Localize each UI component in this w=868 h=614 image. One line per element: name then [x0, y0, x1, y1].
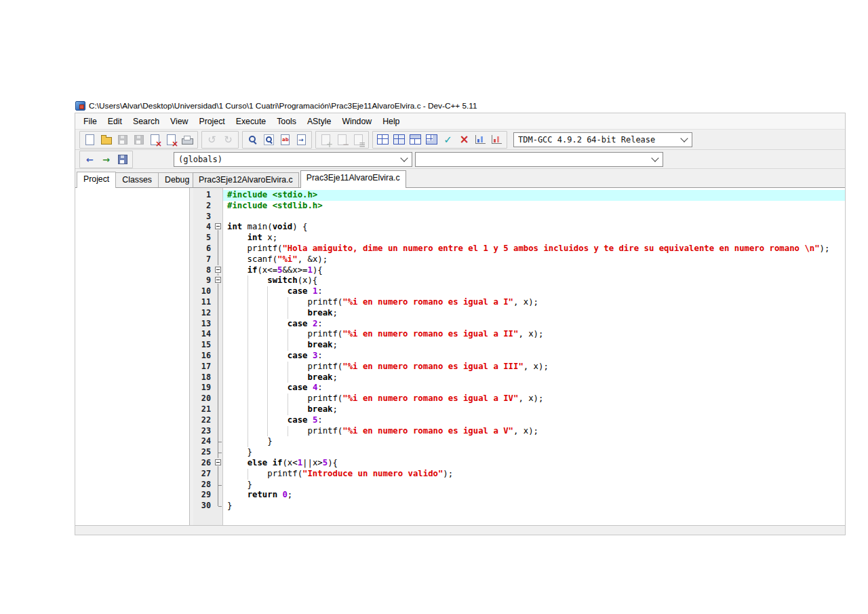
line-number[interactable]: 11 [193, 297, 214, 308]
line-number[interactable]: 6 [193, 244, 214, 254]
line-number[interactable]: 10 [193, 286, 214, 297]
line-number[interactable]: 27 [193, 469, 214, 480]
code-line[interactable]: 6 printf("Hola amiguito, dime un numero … [193, 244, 845, 254]
code-line[interactable]: 23 printf("%i en numero romano es igual … [193, 426, 845, 437]
code-line[interactable]: 14 printf("%i en numero romano es igual … [193, 329, 845, 340]
goto-line-icon[interactable] [294, 132, 309, 147]
line-number[interactable]: 3 [193, 212, 214, 223]
menu-tools[interactable]: Tools [271, 115, 302, 128]
nav-back-icon[interactable] [82, 151, 98, 167]
code-line[interactable]: 8 if(x<=5&&x>=1){ [193, 265, 845, 276]
save-session-icon[interactable] [115, 151, 130, 167]
line-number[interactable]: 17 [193, 362, 214, 372]
replace-icon[interactable] [277, 132, 293, 147]
code-line[interactable]: 16 case 3: [193, 351, 845, 362]
menu-help[interactable]: Help [377, 115, 405, 128]
nav-forward-icon[interactable] [98, 151, 114, 167]
line-number[interactable]: 23 [193, 426, 214, 437]
line-number[interactable]: 9 [193, 275, 214, 286]
fold-toggle-icon[interactable] [214, 275, 223, 286]
code-line[interactable]: 25 } [193, 447, 845, 458]
print-icon[interactable] [180, 132, 195, 147]
panel-tab-project[interactable]: Project [77, 172, 116, 188]
globals-select[interactable]: (globals) [174, 152, 412, 167]
compile-icon[interactable] [375, 132, 391, 147]
code-line[interactable]: 27 printf("Introduce un numero valido"); [193, 469, 845, 480]
menu-execute[interactable]: Execute [231, 115, 271, 128]
code-editor[interactable]: 1#include <stdio.h>2#include <stdlib.h>3… [193, 188, 845, 525]
profile-icon[interactable] [473, 132, 488, 147]
close-all-icon[interactable] [163, 132, 179, 147]
line-number[interactable]: 21 [193, 404, 214, 415]
code-line[interactable]: 17 printf("%i en numero romano es igual … [193, 362, 845, 372]
delete-profiling-icon[interactable] [489, 132, 505, 147]
editor-tab[interactable]: Prac3Eje12AlvaroElvira.c [193, 172, 299, 187]
syntax-check-icon[interactable] [440, 132, 456, 147]
menu-file[interactable]: File [78, 115, 102, 128]
close-icon[interactable] [147, 132, 163, 147]
fold-toggle-icon[interactable] [214, 222, 223, 233]
line-number[interactable]: 29 [193, 490, 214, 501]
line-number[interactable]: 16 [193, 351, 214, 362]
run-icon[interactable] [391, 132, 407, 147]
line-number[interactable]: 2 [193, 201, 214, 212]
panel-tab-classes[interactable]: Classes [115, 172, 159, 187]
code-line[interactable]: 1#include <stdio.h> [193, 190, 845, 201]
line-number[interactable]: 18 [193, 372, 214, 383]
menu-search[interactable]: Search [127, 115, 165, 128]
abort-icon[interactable] [456, 132, 472, 147]
line-number[interactable]: 22 [193, 415, 214, 426]
code-line[interactable]: 10 case 1: [193, 286, 845, 297]
code-line[interactable]: 22 case 5: [193, 415, 845, 426]
line-number[interactable]: 15 [193, 340, 214, 351]
code-line[interactable]: 4int main(void) { [193, 222, 845, 233]
menu-project[interactable]: Project [193, 115, 230, 128]
line-number[interactable]: 12 [193, 308, 214, 319]
line-number[interactable]: 25 [193, 447, 214, 458]
code-line[interactable]: 13 case 2: [193, 319, 845, 330]
line-number[interactable]: 8 [193, 265, 214, 276]
menu-view[interactable]: View [165, 115, 193, 128]
line-number[interactable]: 30 [193, 501, 214, 512]
code-line[interactable]: 28 } [193, 480, 845, 491]
code-line[interactable]: 26 else if(x<1||x>5){ [193, 458, 845, 469]
line-number[interactable]: 24 [193, 436, 214, 447]
code-line[interactable]: 2#include <stdlib.h> [193, 201, 845, 212]
code-line[interactable]: 24 } [193, 436, 845, 447]
code-line[interactable]: 18 break; [193, 372, 845, 383]
code-line[interactable]: 29 return 0; [193, 490, 845, 501]
code-line[interactable]: 12 break; [193, 308, 845, 319]
code-line[interactable]: 9 switch(x){ [193, 275, 845, 286]
menu-edit[interactable]: Edit [102, 115, 127, 128]
open-icon[interactable] [98, 132, 114, 147]
find-in-files-icon[interactable] [261, 132, 277, 147]
project-panel[interactable] [75, 188, 190, 525]
line-number[interactable]: 13 [193, 319, 214, 330]
line-number[interactable]: 1 [193, 190, 214, 201]
compile-run-icon[interactable] [408, 132, 423, 147]
editor-tab[interactable]: Prac3Eje11AlvaroElvira.c [300, 170, 406, 188]
menu-astyle[interactable]: AStyle [302, 115, 337, 128]
find-icon[interactable] [245, 132, 260, 147]
new-file-icon[interactable] [82, 132, 98, 147]
line-number[interactable]: 20 [193, 394, 214, 404]
menu-window[interactable]: Window [336, 115, 377, 128]
compiler-select[interactable]: TDM-GCC 4.9.2 64-bit Release [513, 132, 692, 147]
line-number[interactable]: 26 [193, 458, 214, 469]
fold-toggle-icon[interactable] [214, 265, 223, 276]
code-line[interactable]: 7 scanf("%i", &x); [193, 254, 845, 265]
line-number[interactable]: 14 [193, 329, 214, 340]
code-line[interactable]: 20 printf("%i en numero romano es igual … [193, 394, 845, 404]
line-number[interactable]: 7 [193, 254, 214, 265]
line-number[interactable]: 19 [193, 383, 214, 394]
code-line[interactable]: 11 printf("%i en numero romano es igual … [193, 297, 845, 308]
code-line[interactable]: 21 break; [193, 404, 845, 415]
members-select[interactable] [415, 152, 663, 167]
panel-tab-debug[interactable]: Debug [158, 172, 196, 187]
code-line[interactable]: 5 int x; [193, 233, 845, 244]
line-number[interactable]: 28 [193, 480, 214, 491]
code-line[interactable]: 15 break; [193, 340, 845, 351]
rebuild-icon[interactable] [424, 132, 439, 147]
code-line[interactable]: 3 [193, 212, 845, 223]
fold-toggle-icon[interactable] [214, 458, 223, 469]
